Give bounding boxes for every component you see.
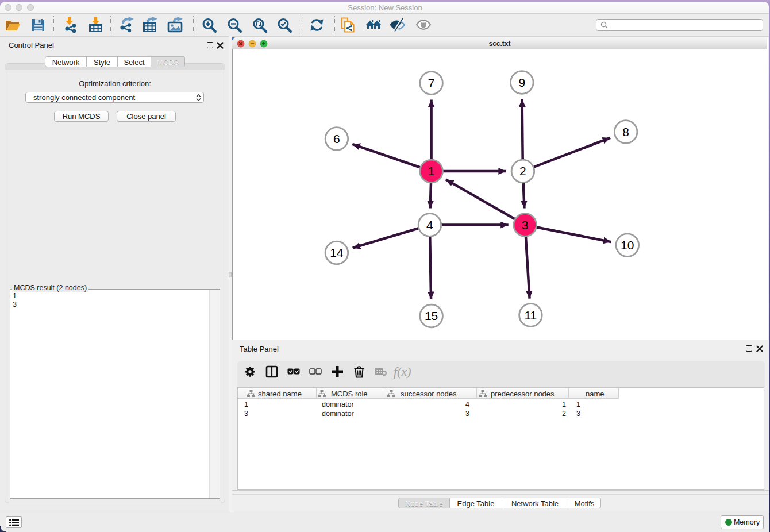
svg-text:2: 2	[519, 164, 526, 178]
svg-text:9: 9	[518, 76, 525, 89]
svg-text:10: 10	[621, 238, 634, 252]
svg-text:3: 3	[522, 218, 529, 232]
svg-text:11: 11	[524, 309, 537, 322]
svg-text:1: 1	[428, 164, 435, 178]
svg-text:6: 6	[333, 132, 340, 145]
svg-text:14: 14	[330, 246, 344, 259]
svg-text:7: 7	[428, 76, 435, 90]
svg-text:8: 8	[622, 125, 629, 138]
svg-text:4: 4	[426, 218, 433, 232]
svg-text:15: 15	[425, 309, 438, 322]
